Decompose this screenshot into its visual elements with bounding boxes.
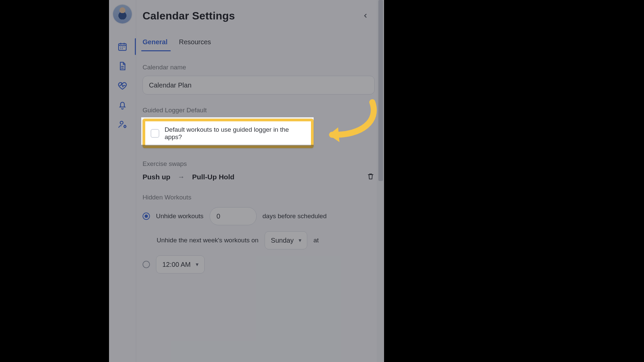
swap-to: Pull-Up Hold bbox=[192, 173, 234, 181]
label-exercise-swaps: Exercise swaps bbox=[143, 160, 375, 168]
hidden-opt1-prefix: Unhide workouts bbox=[156, 213, 204, 220]
svg-point-1 bbox=[120, 121, 123, 124]
tabs: General Resources bbox=[143, 25, 375, 52]
caret-down-icon: ▼ bbox=[298, 238, 303, 243]
sidebar bbox=[109, 0, 136, 362]
nav-calendar[interactable] bbox=[109, 37, 136, 56]
nav-document[interactable] bbox=[109, 56, 136, 76]
nav-user-settings[interactable] bbox=[109, 115, 136, 134]
trash-icon bbox=[367, 172, 375, 180]
swap-row: Push up → Pull-Up Hold bbox=[143, 172, 375, 182]
unhide-time-select[interactable]: 12:00 AM ▼ bbox=[156, 255, 205, 274]
unhide-time-value: 12:00 AM bbox=[162, 261, 191, 268]
unhide-days-input[interactable] bbox=[210, 207, 257, 225]
heart-rate-icon bbox=[117, 80, 127, 90]
nav-health[interactable] bbox=[109, 76, 136, 95]
sidebar-divider bbox=[136, 0, 136, 362]
unhide-day-select[interactable]: Sunday ▼ bbox=[265, 231, 308, 249]
hidden-option-days-radio[interactable] bbox=[143, 213, 150, 220]
calendar-name-input[interactable] bbox=[143, 76, 375, 95]
document-icon bbox=[117, 61, 127, 71]
hidden-workouts-block: Unhide workouts days before scheduled Un… bbox=[143, 207, 375, 274]
main-content: Calendar Settings General Resources Cale… bbox=[143, 0, 375, 362]
scrollbar-thumb[interactable] bbox=[378, 0, 383, 181]
hidden-option-week-radio[interactable] bbox=[143, 261, 150, 268]
hidden-opt2-prefix: Unhide the next week's workouts on bbox=[157, 237, 259, 244]
calendar-icon bbox=[117, 42, 127, 52]
arrow-right-icon: → bbox=[178, 173, 185, 181]
label-calendar-name: Calendar name bbox=[143, 64, 375, 71]
caret-down-icon: ▼ bbox=[195, 262, 200, 267]
guided-logger-option[interactable]: Default workouts to use guided logger in… bbox=[143, 119, 314, 148]
tab-resources[interactable]: Resources bbox=[179, 35, 211, 51]
guided-logger-label: Default workouts to use guided logger in… bbox=[165, 126, 306, 141]
swap-from: Push up bbox=[143, 173, 170, 181]
guided-logger-checkbox[interactable] bbox=[151, 129, 159, 138]
avatar[interactable] bbox=[113, 5, 132, 23]
unhide-day-value: Sunday bbox=[271, 237, 294, 244]
bell-icon bbox=[117, 100, 127, 110]
page-title: Calendar Settings bbox=[143, 10, 235, 22]
nav-notifications[interactable] bbox=[109, 95, 136, 115]
scrollbar-track: ▲ bbox=[377, 0, 384, 362]
back-button[interactable] bbox=[359, 9, 372, 22]
delete-swap-button[interactable] bbox=[367, 172, 375, 182]
hidden-opt2-middle: at bbox=[313, 237, 319, 244]
label-hidden-workouts: Hidden Workouts bbox=[143, 194, 375, 201]
tab-general[interactable]: General bbox=[143, 35, 167, 51]
user-gear-icon bbox=[117, 119, 127, 129]
settings-panel: ▲ Calendar Settings bbox=[109, 0, 384, 362]
label-guided-default: Guided Logger Default bbox=[143, 107, 375, 114]
chevron-left-icon bbox=[363, 13, 369, 19]
hidden-opt1-suffix: days before scheduled bbox=[263, 213, 327, 220]
